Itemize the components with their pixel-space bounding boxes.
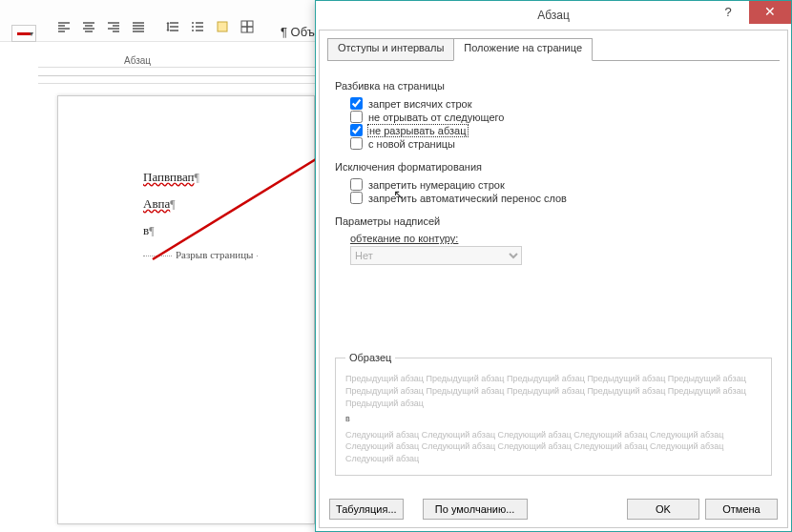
- default-button[interactable]: По умолчанию...: [423, 499, 528, 520]
- pagination-heading: Разбивка на страницы: [335, 80, 772, 92]
- sample-next-text: Следующий абзац Следующий абзац Следующи…: [345, 429, 761, 465]
- align-left-button[interactable]: [53, 17, 74, 36]
- document-text: Папвпвап¶ Авпа¶ в¶ Разрыв страницы: [143, 170, 258, 256]
- dialog-titlebar: Абзац ? ✕: [316, 1, 791, 30]
- paragraph-dialog: Абзац ? ✕ Отступы и интервалы Положение …: [315, 0, 792, 532]
- svg-point-2: [192, 30, 194, 31]
- ok-button[interactable]: OK: [627, 499, 699, 520]
- keep-together-row[interactable]: не разрывать абзац: [350, 124, 772, 136]
- line-spacing-button[interactable]: [162, 17, 183, 36]
- tab-indents[interactable]: Отступы и интервалы: [327, 38, 454, 61]
- cancel-button[interactable]: Отмена: [705, 499, 778, 520]
- wrap-select: Нет: [350, 246, 522, 265]
- page-before-row[interactable]: с новой страницы: [350, 137, 772, 150]
- widow-control-row[interactable]: запрет висячих строк: [350, 97, 772, 110]
- chevron-down-icon: ▾: [30, 30, 33, 38]
- sample-fieldset: Образец Предыдущий абзац Предыдущий абза…: [335, 351, 772, 476]
- paragraph-group-label: Абзац: [124, 55, 151, 66]
- no-numbering-row[interactable]: запретить нумерацию строк: [350, 178, 772, 191]
- align-center-button[interactable]: [78, 17, 99, 36]
- font-color-button[interactable]: ▾: [11, 25, 36, 42]
- no-hyphen-row[interactable]: запретить автоматический перенос слов: [350, 192, 772, 204]
- sample-bullet: в: [345, 413, 761, 425]
- textbox-heading: Параметры надписей: [335, 215, 772, 227]
- wrap-label: обтекание по контуру:: [350, 233, 772, 244]
- document-page[interactable]: [57, 95, 315, 524]
- align-right-button[interactable]: [103, 17, 124, 36]
- dialog-button-bar: Табуляция... По умолчанию... OK Отмена: [320, 491, 787, 527]
- keep-next-row[interactable]: не отрывать от следующего: [350, 111, 772, 123]
- widow-control-checkbox[interactable]: [350, 97, 363, 110]
- help-button[interactable]: ?: [709, 1, 747, 24]
- ruler[interactable]: [38, 67, 315, 84]
- svg-point-0: [192, 22, 194, 24]
- tab-position[interactable]: Положение на странице: [453, 38, 593, 61]
- no-numbering-checkbox[interactable]: [350, 178, 363, 191]
- bullet-list-button[interactable]: [187, 17, 208, 36]
- sample-prev-text: Предыдущий абзац Предыдущий абзац Предыд…: [345, 373, 761, 409]
- close-button[interactable]: ✕: [749, 1, 791, 24]
- dialog-body: Отступы и интервалы Положение на страниц…: [319, 30, 788, 528]
- doc-line-1[interactable]: Папвпвап: [143, 170, 195, 184]
- exceptions-heading: Исключения форматирования: [335, 161, 772, 173]
- svg-point-1: [192, 26, 194, 28]
- no-hyphen-checkbox[interactable]: [350, 192, 363, 204]
- doc-line-2[interactable]: Авпа: [143, 196, 170, 211]
- dialog-title: Абзац: [537, 9, 570, 22]
- align-justify-button[interactable]: [128, 17, 149, 36]
- keep-together-checkbox[interactable]: [350, 124, 363, 136]
- borders-button[interactable]: [237, 17, 258, 36]
- paragraph-group: [53, 17, 258, 36]
- ob-label: ¶ Объ: [281, 25, 315, 39]
- tabs-button[interactable]: Табуляция...: [329, 499, 404, 520]
- svg-rect-3: [218, 22, 227, 31]
- shading-button[interactable]: [212, 17, 233, 36]
- page-break-marker: Разрыв страницы: [143, 256, 258, 256]
- page-before-checkbox[interactable]: [350, 137, 363, 150]
- keep-next-checkbox[interactable]: [350, 111, 363, 123]
- font-color-swatch: [17, 32, 31, 35]
